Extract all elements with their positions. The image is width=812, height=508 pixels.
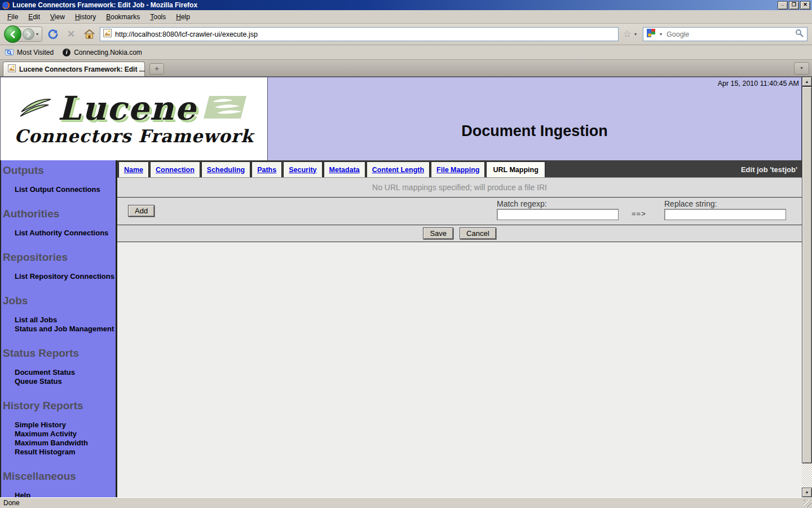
add-button[interactable]: Add xyxy=(128,205,155,217)
tab-scheduling[interactable]: Scheduling xyxy=(201,161,250,177)
window-controls: _ ❐ ✕ xyxy=(778,1,810,10)
url-bar xyxy=(100,27,619,41)
most-visited-folder-icon xyxy=(5,48,14,57)
resize-grip[interactable] xyxy=(804,500,811,507)
minimize-button[interactable]: _ xyxy=(778,1,788,10)
tab-security[interactable]: Security xyxy=(283,161,322,177)
sidebar-link-maximum-bandwidth[interactable]: Maximum Bandwidth xyxy=(1,439,116,448)
close-button[interactable]: ✕ xyxy=(800,1,810,10)
page-title: Document Ingestion xyxy=(268,122,801,140)
browser-window: Lucene Connectors Framework: Edit Job - … xyxy=(0,0,812,508)
tab-favicon xyxy=(8,64,16,74)
sidebar-link-document-status[interactable]: Document Status xyxy=(1,368,116,377)
tab-content-length[interactable]: Content Length xyxy=(367,161,430,177)
scroll-down-icon[interactable]: ▼ xyxy=(802,488,812,497)
sidebar-header: Repositories xyxy=(1,251,116,264)
bookmark-label: Most Visited xyxy=(17,49,54,56)
menu-help[interactable]: Help xyxy=(171,11,195,23)
sidebar-link-list-authority-connections[interactable]: List Authority Connections xyxy=(1,229,116,238)
timestamp: Apr 15, 2010 11:40:45 AM xyxy=(718,80,799,87)
restore-button[interactable]: ❐ xyxy=(789,1,799,10)
job-tab-strip: Name Connection Scheduling Paths Securit… xyxy=(117,160,802,177)
sidebar-link-list-output-connections[interactable]: List Output Connections xyxy=(1,185,116,194)
sidebar-link-simple-history[interactable]: Simple History xyxy=(1,421,116,430)
match-regexp-label: Match regexp: xyxy=(497,199,619,208)
navigation-toolbar: ▾ ✕ xyxy=(0,24,812,45)
lucene-logo: Lucene Connectors Framework xyxy=(1,77,268,160)
search-engine-dropdown-icon[interactable]: ▾ xyxy=(658,32,664,37)
sidebar-link-status-job-management[interactable]: Status and Job Management xyxy=(1,325,116,334)
sidebar-section-history-reports: History Reports Simple History Maximum A… xyxy=(1,400,116,457)
sidebar-section-status-reports: Status Reports Document Status Queue Sta… xyxy=(1,347,116,386)
bookmark-dropdown-icon[interactable]: ▾ xyxy=(633,32,638,37)
url-input[interactable] xyxy=(115,30,615,38)
sidebar-header: Miscellaneous xyxy=(1,470,116,483)
tab-file-mapping[interactable]: File Mapping xyxy=(431,161,485,177)
home-button[interactable] xyxy=(82,27,96,42)
menu-file[interactable]: File xyxy=(2,11,23,23)
bookmark-label: Connecting.Nokia.com xyxy=(74,49,142,56)
search-input[interactable] xyxy=(667,30,792,38)
match-regexp-field-group: Match regexp: xyxy=(497,199,619,220)
sidebar-link-list-repository-connections[interactable]: List Repository Connections xyxy=(1,272,116,281)
menu-tools[interactable]: Tools xyxy=(145,11,171,23)
replace-string-label: Replace string: xyxy=(664,199,786,208)
bookmarks-toolbar: Most Visited i Connecting.Nokia.com xyxy=(0,45,812,60)
menu-bar: File Edit View History Bookmarks Tools H… xyxy=(0,10,812,24)
search-bar: ▾ xyxy=(643,27,807,41)
list-all-tabs-button[interactable]: ▾ xyxy=(794,62,809,75)
sidebar-link-result-histogram[interactable]: Result Histogram xyxy=(1,448,116,457)
tab-paths[interactable]: Paths xyxy=(251,161,282,177)
content-background xyxy=(117,242,802,497)
edit-job-label: Edit job 'testjob' xyxy=(741,165,802,174)
tab-connection[interactable]: Connection xyxy=(150,161,200,177)
sidebar-link-maximum-activity[interactable]: Maximum Activity xyxy=(1,430,116,439)
bookmark-connecting-nokia[interactable]: i Connecting.Nokia.com xyxy=(63,49,142,56)
sidebar-section-outputs: Outputs List Output Connections xyxy=(1,164,116,194)
status-text: Done xyxy=(3,499,20,507)
sidebar-header: History Reports xyxy=(1,400,116,412)
scroll-up-icon[interactable]: ▲ xyxy=(802,77,812,86)
page-content: Lucene Connectors Framework xyxy=(0,77,802,497)
tab-name[interactable]: Name xyxy=(118,161,149,177)
new-tab-button[interactable]: + xyxy=(149,63,164,75)
vertical-scrollbar: ▲ ▼ xyxy=(802,77,812,497)
sidebar-header: Outputs xyxy=(1,164,116,177)
save-cancel-row: Save Cancel xyxy=(117,225,802,242)
sidebar-link-help[interactable]: Help xyxy=(1,491,116,497)
sidebar-header: Status Reports xyxy=(1,347,116,360)
menu-view[interactable]: View xyxy=(45,11,70,23)
menu-edit[interactable]: Edit xyxy=(23,11,45,23)
sidebar-link-list-all-jobs[interactable]: List all Jobs xyxy=(1,316,116,325)
forward-button[interactable] xyxy=(23,28,34,40)
sidebar-header: Jobs xyxy=(1,295,116,307)
stop-icon: ✕ xyxy=(67,28,75,40)
stop-button[interactable]: ✕ xyxy=(64,27,78,42)
history-nav-group: ▾ xyxy=(5,27,42,42)
history-dropdown-icon[interactable]: ▾ xyxy=(34,32,40,37)
sidebar-link-queue-status[interactable]: Queue Status xyxy=(1,377,116,386)
match-regexp-input[interactable] xyxy=(497,209,619,220)
feather-icon xyxy=(19,95,53,122)
menu-history[interactable]: History xyxy=(70,11,101,23)
bookmark-most-visited[interactable]: Most Visited xyxy=(5,48,54,57)
tab-url-mapping-active[interactable]: URL Mapping xyxy=(486,161,545,177)
banner: Apr 15, 2010 11:40:45 AM Document Ingest… xyxy=(268,77,801,160)
back-button[interactable] xyxy=(4,25,21,43)
page-viewport: Lucene Connectors Framework xyxy=(0,76,812,497)
menu-bookmarks[interactable]: Bookmarks xyxy=(101,11,145,23)
bookmark-star-icon[interactable]: ☆ xyxy=(623,28,632,40)
tab-metadata[interactable]: Metadata xyxy=(324,161,365,177)
document-hand-icon xyxy=(201,94,249,123)
logo-subtitle: Connectors Framework xyxy=(14,126,253,146)
sidebar-section-authorities: Authorities List Authority Connections xyxy=(1,208,116,238)
search-magnifier-icon[interactable] xyxy=(795,29,804,40)
replace-string-input[interactable] xyxy=(664,209,786,220)
scrollbar-thumb[interactable] xyxy=(802,86,812,463)
save-button[interactable]: Save xyxy=(423,227,453,239)
cancel-button[interactable]: Cancel xyxy=(460,227,496,239)
window-title: Lucene Connectors Framework: Edit Job - … xyxy=(12,1,778,9)
reload-button[interactable] xyxy=(46,27,60,42)
browser-tab-active[interactable]: Lucene Connectors Framework: Edit ... xyxy=(3,62,145,76)
sidebar: Outputs List Output Connections Authorit… xyxy=(0,160,117,497)
